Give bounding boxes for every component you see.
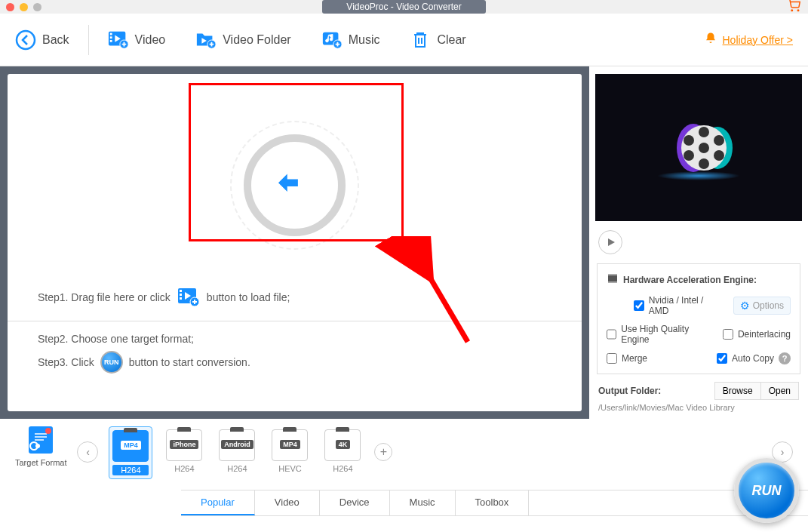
hw-accel-title: Hardware Acceleration Engine: (623, 275, 757, 285)
hw-options-button[interactable]: ⚙Options (733, 297, 791, 315)
svg-rect-6 (109, 40, 112, 42)
svg-point-26 (714, 150, 724, 161)
open-button[interactable]: Open (761, 382, 799, 400)
video-add-icon-inline (177, 285, 201, 309)
svg-point-0 (791, 10, 793, 11)
holiday-offer-label: Holiday Offer > (722, 34, 793, 46)
output-path: /Users/link/Movies/Mac Video Library (598, 403, 799, 412)
target-format-button[interactable]: Target Format (15, 426, 66, 467)
drop-zone[interactable]: Step1. Drag file here or click button to… (8, 74, 582, 411)
chip-icon (607, 273, 619, 286)
annotation-arrow (339, 236, 490, 387)
trash-icon (410, 29, 431, 51)
tab-popular[interactable]: Popular (181, 490, 255, 515)
back-label: Back (42, 33, 69, 47)
hq-engine-checkbox[interactable]: Use High Quality Engine (607, 324, 714, 345)
tab-toolbox[interactable]: Toolbox (456, 490, 530, 515)
window-minimize-button[interactable] (20, 3, 28, 11)
format-android[interactable]: Android H264 (216, 426, 258, 476)
gear-icon: ⚙ (740, 300, 750, 312)
videoproc-logo-icon (665, 114, 733, 182)
holiday-offer-link[interactable]: Holiday Offer > (704, 32, 793, 48)
nvidia-checkbox[interactable]: Nvidia / Intel / AMD (634, 295, 724, 316)
window-title: VideoProc - Video Converter (322, 0, 485, 14)
cart-icon[interactable] (787, 0, 800, 15)
video-icon (108, 29, 129, 51)
music-label: Music (349, 33, 380, 47)
svg-rect-27 (608, 275, 617, 281)
window-close-button[interactable] (6, 3, 14, 11)
toolbar-divider (88, 25, 89, 55)
svg-rect-13 (180, 290, 182, 292)
svg-point-23 (684, 135, 694, 146)
format-mp4-h264[interactable]: MP4 H264 (109, 426, 152, 479)
svg-point-28 (35, 444, 40, 448)
back-button[interactable]: Back (15, 29, 69, 51)
tab-device[interactable]: Device (320, 490, 390, 515)
svg-point-25 (684, 150, 694, 161)
svg-rect-4 (109, 32, 112, 35)
clear-button[interactable]: Clear (410, 29, 465, 51)
browse-button[interactable]: Browse (714, 382, 761, 400)
video-folder-label: Video Folder (223, 33, 290, 47)
autocopy-checkbox[interactable]: Auto Copy (717, 353, 774, 364)
music-icon (321, 29, 343, 51)
preview-play-button[interactable] (598, 230, 622, 254)
format-prev-button[interactable]: ‹ (77, 441, 98, 463)
video-label: Video (135, 33, 166, 47)
deinterlacing-checkbox[interactable]: Deinterlacing (723, 329, 791, 340)
svg-rect-14 (180, 294, 182, 296)
add-video-folder-button[interactable]: Video Folder (195, 29, 290, 51)
format-iphone[interactable]: iPhone H264 (163, 426, 205, 476)
format-mp4-hevc[interactable]: MP4 HEVC (269, 426, 311, 476)
clear-label: Clear (437, 33, 465, 47)
svg-rect-15 (180, 297, 182, 300)
hw-accel-settings: Hardware Acceleration Engine: Nvidia / I… (597, 263, 800, 374)
target-format-label: Target Format (15, 458, 66, 467)
annotation-highlight-box (189, 83, 404, 241)
folder-icon (195, 29, 217, 51)
svg-point-20 (699, 143, 709, 153)
run-button[interactable]: RUN (734, 458, 799, 523)
bell-icon (704, 32, 717, 48)
svg-point-2 (17, 31, 35, 49)
merge-checkbox[interactable]: Merge (607, 353, 647, 364)
svg-point-24 (714, 135, 724, 146)
svg-line-11 (407, 239, 468, 342)
run-icon-inline: RUN (100, 351, 123, 374)
target-format-icon (29, 426, 53, 454)
window-zoom-button[interactable] (33, 3, 41, 11)
help-icon[interactable]: ? (779, 352, 791, 364)
output-folder-label: Output Folder: (598, 386, 714, 396)
add-format-button[interactable]: + (374, 443, 392, 461)
preview-panel (595, 74, 802, 221)
format-4k[interactable]: 4K H264 (321, 426, 364, 476)
add-video-button[interactable]: Video (108, 29, 166, 51)
svg-point-22 (699, 158, 709, 169)
tab-music[interactable]: Music (390, 490, 456, 515)
tab-video[interactable]: Video (255, 490, 320, 515)
back-icon (15, 29, 36, 51)
svg-point-21 (699, 127, 709, 137)
svg-rect-5 (109, 36, 112, 38)
add-music-button[interactable]: Music (321, 29, 380, 51)
svg-point-1 (797, 10, 799, 11)
